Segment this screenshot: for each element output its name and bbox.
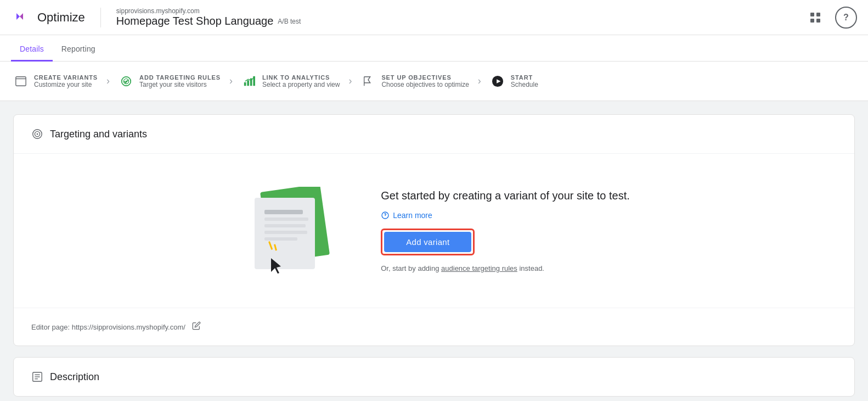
step-add-targeting-sublabel: Target your site visitors: [139, 81, 221, 88]
step-start-label: START: [511, 74, 538, 81]
header-left: Optimize sipprovisions.myshopify.com Hom…: [11, 7, 301, 27]
svg-rect-4: [816, 19, 820, 23]
learn-more-icon: [381, 211, 390, 220]
analytics-icon: [241, 74, 257, 89]
app-name: Optimize: [37, 10, 85, 25]
svg-rect-3: [810, 19, 814, 23]
help-icon: ?: [843, 13, 849, 23]
step-set-objectives-text: SET UP OBJECTIVES Choose objectives to o…: [381, 74, 469, 88]
pencil-icon: [192, 321, 201, 330]
tab-reporting[interactable]: Reporting: [53, 38, 104, 62]
window-icon: [13, 74, 29, 89]
svg-point-21: [37, 133, 38, 135]
audience-targeting-text: Or, start by adding audience targeting r…: [381, 264, 630, 272]
audience-targeting-link[interactable]: audience targeting rules: [441, 264, 517, 272]
svg-rect-1: [810, 13, 814, 16]
step-start[interactable]: START Schedule: [490, 74, 538, 89]
step-create-variants-text: CREATE VARIANTS Customize your site: [34, 74, 98, 88]
header-divider: [100, 8, 101, 27]
tabs-bar: Details Reporting: [0, 35, 868, 62]
description-header: Description: [14, 358, 854, 396]
description-icon: [31, 371, 43, 383]
step-add-targeting-label: ADD TARGETING RULES: [139, 74, 221, 81]
svg-rect-5: [16, 76, 26, 86]
step-create-variants-sublabel: Customize your site: [34, 81, 98, 88]
svg-rect-26: [264, 224, 306, 227]
chevron-4-icon: ›: [478, 75, 481, 87]
svg-point-33: [385, 217, 386, 218]
step-add-targeting[interactable]: ADD TARGETING RULES Target your site vis…: [119, 74, 221, 89]
step-link-analytics[interactable]: LINK TO ANALYTICS Select a property and …: [241, 74, 340, 89]
step-set-objectives-label: SET UP OBJECTIVES: [381, 74, 469, 81]
step-set-objectives-sublabel: Choose objectives to optimize: [381, 81, 469, 88]
optimize-logo: [11, 8, 31, 27]
top-header: Optimize sipprovisions.myshopify.com Hom…: [0, 0, 868, 35]
variant-illustration: [238, 187, 337, 275]
target-section-icon: [31, 128, 43, 140]
learn-more-link[interactable]: Learn more: [381, 211, 630, 220]
main-content: Targeting and variants: [0, 101, 868, 401]
targeting-section-header: Targeting and variants: [14, 115, 854, 154]
description-card: Description: [13, 357, 855, 397]
header-site-info: sipprovisions.myshopify.com Homepage Tes…: [116, 7, 301, 27]
grid-icon: [809, 12, 821, 24]
stepper-bar: CREATE VARIANTS Customize your site › AD…: [0, 62, 868, 101]
svg-rect-28: [264, 237, 297, 241]
svg-point-16: [253, 76, 255, 78]
site-url: sipprovisions.myshopify.com: [116, 7, 301, 15]
step-link-analytics-label: LINK TO ANALYTICS: [262, 74, 340, 81]
svg-rect-24: [264, 210, 303, 214]
editor-page-footer: Editor page: https://sipprovisions.mysho…: [14, 308, 854, 346]
step-link-analytics-sublabel: Select a property and view: [262, 81, 340, 88]
step-set-objectives[interactable]: SET UP OBJECTIVES Choose objectives to o…: [360, 74, 469, 89]
flag-icon: [360, 74, 376, 89]
step-start-sublabel: Schedule: [511, 81, 538, 88]
svg-rect-27: [264, 231, 307, 234]
experiment-title: Homepage Test Shop Language A/B test: [116, 15, 301, 27]
add-variant-button-wrapper: Add variant: [381, 229, 475, 255]
experiment-badge: A/B test: [278, 18, 301, 25]
get-started-text: Get started by creating a variant of you…: [381, 190, 630, 202]
target-icon: [119, 74, 134, 89]
svg-rect-12: [244, 82, 246, 85]
variant-info: Get started by creating a variant of you…: [381, 190, 630, 272]
svg-rect-13: [247, 80, 249, 86]
chevron-3-icon: ›: [348, 75, 352, 87]
description-title: Description: [50, 371, 99, 383]
targeting-section-title: Targeting and variants: [50, 129, 147, 140]
step-create-variants-label: CREATE VARIANTS: [34, 74, 98, 81]
grid-icon-button[interactable]: [804, 7, 826, 29]
step-add-targeting-text: ADD TARGETING RULES Target your site vis…: [139, 74, 221, 88]
svg-rect-25: [264, 218, 308, 221]
play-icon: [490, 74, 505, 89]
svg-rect-2: [816, 13, 820, 16]
chevron-1-icon: ›: [106, 75, 110, 87]
header-right: ?: [804, 7, 857, 29]
tab-details[interactable]: Details: [11, 38, 53, 62]
help-icon-button[interactable]: ?: [835, 7, 857, 29]
edit-editor-page-button[interactable]: [190, 319, 203, 335]
editor-page-label: Editor page: https://sipprovisions.mysho…: [31, 323, 185, 331]
chevron-2-icon: ›: [229, 75, 233, 87]
add-variant-button[interactable]: Add variant: [384, 232, 471, 252]
step-create-variants[interactable]: CREATE VARIANTS Customize your site: [13, 74, 98, 89]
targeting-variants-card: Targeting and variants: [13, 114, 855, 346]
targeting-content-area: Get started by creating a variant of you…: [14, 154, 854, 308]
step-start-text: START Schedule: [511, 74, 538, 88]
step-link-analytics-text: LINK TO ANALYTICS Select a property and …: [262, 74, 340, 88]
